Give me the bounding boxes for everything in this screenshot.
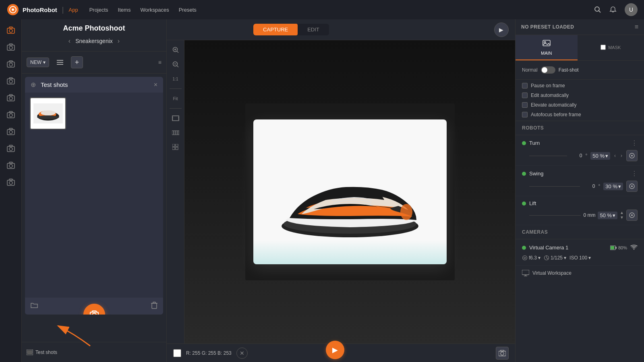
- swing-robot-controls: 0 ° 30 % ▾: [529, 181, 638, 192]
- iso-dropdown[interactable]: ▾: [588, 255, 591, 261]
- nav-prev-button[interactable]: ‹: [67, 36, 72, 46]
- shutter-dropdown[interactable]: ▾: [564, 255, 566, 261]
- edit-checkbox[interactable]: [522, 93, 528, 98]
- swing-home-button[interactable]: [626, 181, 638, 192]
- svg-point-89: [631, 185, 633, 187]
- camera-icon-2: [7, 43, 15, 51]
- sidebar-camera-4[interactable]: [3, 73, 19, 88]
- svg-rect-22: [9, 111, 12, 113]
- filmstrip-tool[interactable]: [169, 126, 182, 139]
- autofocus-checkbox[interactable]: [522, 112, 528, 117]
- wifi-icon: [630, 244, 638, 251]
- turn-speed-val: 50 %: [592, 153, 605, 159]
- vt-divider-1: [170, 88, 182, 89]
- svg-rect-43: [152, 303, 157, 309]
- sort-button[interactable]: ≡: [158, 59, 162, 66]
- sidebar-camera-3[interactable]: [3, 56, 19, 72]
- nav-presets[interactable]: Presets: [179, 7, 197, 13]
- svg-rect-94: [611, 246, 614, 249]
- elevate-checkbox[interactable]: [522, 102, 528, 108]
- nav-items[interactable]: Items: [118, 7, 131, 13]
- rp-menu-button[interactable]: ≡: [635, 23, 638, 31]
- normal-label: Normal: [522, 67, 538, 73]
- grid-tool[interactable]: [169, 141, 182, 154]
- svg-point-80: [400, 204, 412, 220]
- svg-rect-70: [172, 131, 174, 135]
- play-big-button[interactable]: ▶: [326, 341, 344, 359]
- ratio-label: 1:1: [169, 72, 182, 85]
- mask-checkbox[interactable]: [601, 45, 606, 50]
- camera-icon-3: [7, 60, 15, 68]
- edit-label: Edit automatically: [531, 93, 569, 98]
- capture-fab-button[interactable]: [83, 304, 105, 315]
- logo-divider: |: [62, 6, 64, 14]
- turn-robot-menu[interactable]: ⋮: [631, 139, 638, 147]
- zoom-out-tool[interactable]: [169, 58, 182, 71]
- aperture-dropdown[interactable]: ▾: [538, 255, 540, 261]
- zoom-in-tool[interactable]: [169, 43, 182, 56]
- frame-tool[interactable]: [169, 112, 182, 125]
- main-tab[interactable]: MAIN: [516, 35, 578, 60]
- ts-trash-button[interactable]: [151, 302, 157, 311]
- nav-projects[interactable]: Projects: [89, 7, 108, 13]
- edit-tab[interactable]: EDIT: [298, 24, 329, 35]
- sidebar-camera-6[interactable]: [3, 107, 19, 122]
- notifications-button[interactable]: [609, 6, 617, 13]
- sidebar-camera-7[interactable]: [3, 124, 19, 139]
- swing-robot-row: Swing ⋮ 0 ° 30 % ▾: [516, 166, 644, 196]
- play-button[interactable]: ▶: [494, 23, 509, 37]
- ts-close-button[interactable]: ×: [154, 81, 157, 88]
- sidebar-camera-10[interactable]: [3, 175, 19, 190]
- folder-icon: [31, 302, 38, 309]
- shoot-name: Sneakersgenix: [75, 38, 113, 44]
- swing-robot-menu[interactable]: ⋮: [631, 170, 638, 177]
- aperture-icon: [522, 255, 528, 261]
- lift-down-button[interactable]: ▼: [620, 216, 624, 220]
- sidebar-camera-5[interactable]: [3, 90, 19, 105]
- sidebar-camera-8[interactable]: [3, 141, 19, 156]
- svg-point-2: [12, 8, 14, 11]
- ts-folder-button[interactable]: [31, 302, 38, 310]
- mask-tab[interactable]: MASK: [578, 35, 644, 60]
- lift-home-button[interactable]: [626, 210, 638, 221]
- test-shots-panel: ⊕ Test shots ×: [25, 77, 163, 315]
- ts-thumbnail[interactable]: [30, 97, 66, 130]
- add-item-button[interactable]: +: [71, 56, 83, 68]
- right-panel: NO PRESET LOADED ≡ MAIN MASK: [515, 19, 644, 362]
- swing-speed-dropdown[interactable]: 30 % ▾: [603, 183, 623, 190]
- mode-toggle[interactable]: [541, 66, 555, 74]
- search-icon: [594, 6, 601, 13]
- search-button[interactable]: [594, 6, 601, 13]
- ts-content: [25, 93, 163, 298]
- lift-speed-dropdown[interactable]: 50 % ▾: [598, 212, 617, 219]
- capture-tab[interactable]: CAPTURE: [253, 24, 298, 35]
- preset-label: NO PRESET LOADED: [521, 24, 632, 30]
- new-dropdown-icon: ▾: [43, 60, 46, 65]
- turn-prev-button[interactable]: ‹: [613, 152, 617, 159]
- user-avatar[interactable]: U: [625, 3, 638, 16]
- svg-point-3: [595, 7, 599, 11]
- camera-row: Virtual Camera 1 80%: [516, 239, 644, 266]
- new-item-button[interactable]: NEW ▾: [27, 58, 49, 67]
- pause-checkbox[interactable]: [522, 83, 528, 88]
- list-view-button[interactable]: [52, 55, 68, 70]
- camera-snap-button[interactable]: [496, 347, 509, 360]
- svg-point-27: [9, 148, 12, 151]
- nav-workspaces[interactable]: Workspaces: [140, 7, 169, 13]
- sidebar-camera-2[interactable]: [3, 39, 19, 55]
- turn-next-button[interactable]: ›: [620, 152, 623, 159]
- turn-robot-header: Turn ⋮: [522, 139, 638, 147]
- turn-speed-dropdown[interactable]: 50 % ▾: [590, 152, 610, 160]
- svg-point-82: [501, 352, 504, 355]
- nav-next-button[interactable]: ›: [116, 36, 121, 46]
- svg-point-91: [631, 214, 633, 216]
- elevate-label: Elevate automatically: [531, 102, 576, 108]
- lift-up-button[interactable]: ▲: [620, 211, 624, 215]
- clear-color-button[interactable]: ✕: [236, 348, 248, 359]
- turn-home-button[interactable]: [626, 150, 638, 161]
- swing-angle-val: 0: [583, 183, 595, 189]
- sidebar-camera-1[interactable]: [3, 23, 19, 38]
- sidebar-camera-9[interactable]: [3, 158, 19, 173]
- mask-tab-label: MASK: [608, 45, 621, 50]
- lift-controls: 0 mm 50 % ▾ ▲ ▼: [529, 210, 638, 221]
